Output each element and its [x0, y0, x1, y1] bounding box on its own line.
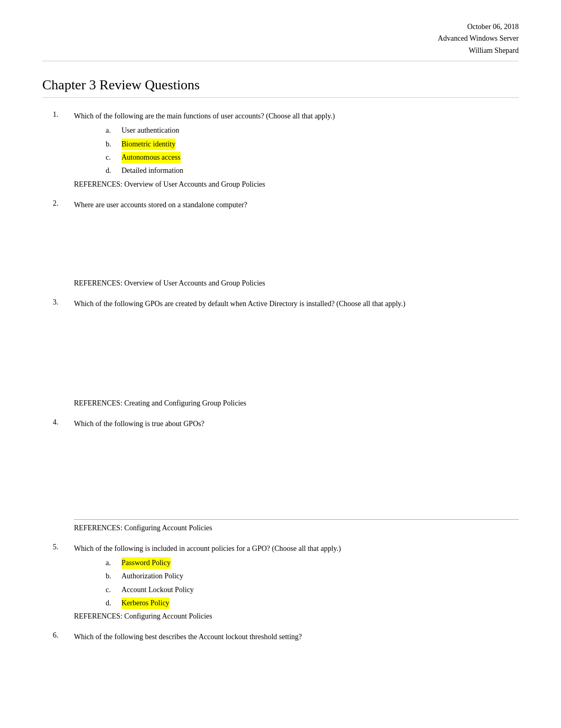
question-1: 1. Which of the following are the main f… — [42, 110, 519, 189]
header-name: William Shepard — [42, 45, 519, 57]
answer-5c: c. Account Lockout Policy — [106, 584, 519, 596]
question-4-text: Which of the following is true about GPO… — [74, 418, 519, 429]
chapter-title: Chapter 3 Review Questions — [42, 77, 519, 98]
question-5-row: 5. Which of the following is included in… — [42, 543, 519, 554]
question-3-blank — [42, 312, 519, 397]
answer-5a: a. Password Policy — [106, 557, 519, 569]
question-4-blank — [42, 432, 519, 517]
answer-5c-text: Account Lockout Policy — [121, 584, 194, 596]
answer-1d-letter: d. — [106, 165, 121, 177]
question-2: 2. Where are user accounts stored on a s… — [42, 199, 519, 288]
question-4: 4. Which of the following is true about … — [42, 418, 519, 532]
answer-5b-text: Authorization Policy — [121, 570, 183, 582]
question-5-number: 5. — [42, 543, 74, 554]
question-3-row: 3. Which of the following GPOs are creat… — [42, 298, 519, 309]
question-5-references: REFERENCES: Configuring Account Policies — [74, 612, 519, 621]
question-2-row: 2. Where are user accounts stored on a s… — [42, 199, 519, 210]
answer-5d-text: Kerberos Policy — [121, 597, 170, 609]
answer-1b: b. Biometric identity — [106, 139, 519, 150]
answer-1b-letter: b. — [106, 139, 121, 150]
answer-5a-letter: a. — [106, 557, 121, 569]
question-3-number: 3. — [42, 298, 74, 309]
question-3: 3. Which of the following GPOs are creat… — [42, 298, 519, 408]
question-4-row: 4. Which of the following is true about … — [42, 418, 519, 429]
question-2-references: REFERENCES: Overview of User Accounts an… — [74, 279, 519, 288]
header: October 06, 2018 Advanced Windows Server… — [42, 21, 519, 61]
question-2-blank — [42, 214, 519, 277]
question-3-text: Which of the following GPOs are created … — [74, 298, 519, 309]
header-date: October 06, 2018 — [42, 21, 519, 33]
question-6-text: Which of the following best describes th… — [74, 631, 519, 642]
answer-1c: c. Autonomous access — [106, 152, 519, 163]
question-1-row: 1. Which of the following are the main f… — [42, 110, 519, 122]
answer-5b-letter: b. — [106, 570, 121, 582]
answer-1a: a. User authentication — [106, 125, 519, 136]
answer-1d-text: Detailed information — [121, 165, 183, 177]
answer-1b-text: Biometric identity — [121, 139, 175, 150]
question-1-references: REFERENCES: Overview of User Accounts an… — [74, 180, 519, 189]
question-1-number: 1. — [42, 110, 74, 122]
answer-5c-letter: c. — [106, 584, 121, 596]
question-6-row: 6. Which of the following best describes… — [42, 631, 519, 642]
answer-1a-text: User authentication — [121, 125, 179, 136]
question-5: 5. Which of the following is included in… — [42, 543, 519, 621]
question-1-answers: a. User authentication b. Biometric iden… — [106, 125, 519, 177]
header-course: Advanced Windows Server — [42, 33, 519, 44]
answer-5a-text: Password Policy — [121, 557, 171, 569]
answer-5d: d. Kerberos Policy — [106, 597, 519, 609]
answer-1d: d. Detailed information — [106, 165, 519, 177]
question-2-text: Where are user accounts stored on a stan… — [74, 199, 519, 210]
question-3-references: REFERENCES: Creating and Configuring Gro… — [74, 399, 519, 408]
question-5-answers: a. Password Policy b. Authorization Poli… — [106, 557, 519, 610]
answer-5b: b. Authorization Policy — [106, 570, 519, 582]
question-1-text: Which of the following are the main func… — [74, 110, 519, 122]
answer-5d-letter: d. — [106, 597, 121, 609]
question-4-references: REFERENCES: Configuring Account Policies — [74, 524, 519, 532]
question-4-number: 4. — [42, 418, 74, 429]
page: October 06, 2018 Advanced Windows Server… — [0, 0, 561, 728]
question-6-number: 6. — [42, 631, 74, 642]
divider-before-q4-ref — [74, 519, 519, 520]
question-6: 6. Which of the following best describes… — [42, 631, 519, 642]
question-2-number: 2. — [42, 199, 74, 210]
answer-1a-letter: a. — [106, 125, 121, 136]
answer-1c-text: Autonomous access — [121, 152, 181, 163]
question-5-text: Which of the following is included in ac… — [74, 543, 519, 554]
answer-1c-letter: c. — [106, 152, 121, 163]
